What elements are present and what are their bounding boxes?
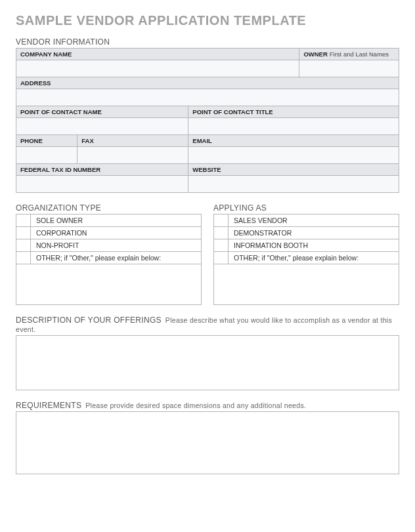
fax-field[interactable] [77,147,188,164]
org-type-check-2[interactable] [16,239,31,252]
email-header: EMAIL [188,135,399,147]
phone-header: PHONE [16,135,77,147]
org-type-label: ORGANIZATION TYPE [16,203,202,213]
org-type-option-3: OTHER; if "Other," please explain below: [31,252,202,264]
org-type-explain-field[interactable] [16,264,202,305]
vendor-info-table: COMPANY NAME OWNERFirst and Last Names A… [16,48,399,193]
applying-as-check-3[interactable] [214,252,229,264]
tax-field[interactable] [16,176,188,193]
tax-header: FEDERAL TAX ID NUMBER [16,164,188,176]
owner-field[interactable] [299,60,399,77]
org-type-table: SOLE OWNER CORPORATION NON-PROFIT OTHER;… [16,214,202,305]
org-type-option-0: SOLE OWNER [31,215,202,227]
vendor-info-label: VENDOR INFORMATION [16,37,399,47]
org-type-check-0[interactable] [16,215,31,227]
applying-as-option-2: INFORMATION BOOTH [229,239,399,252]
applying-as-check-0[interactable] [214,215,229,227]
description-field[interactable] [16,335,399,390]
org-type-check-1[interactable] [16,227,31,239]
applying-as-check-1[interactable] [214,227,229,239]
poc-name-field[interactable] [16,118,188,135]
owner-header: OWNERFirst and Last Names [299,49,399,60]
address-header: ADDRESS [16,77,399,89]
requirements-field[interactable] [16,411,399,474]
poc-title-header: POINT OF CONTACT TITLE [188,106,399,118]
org-type-option-2: NON-PROFIT [31,239,202,252]
requirements-label: REQUIREMENTSPlease provide desired space… [16,401,399,410]
applying-as-table: SALES VENDOR DEMONSTRATOR INFORMATION BO… [213,214,399,305]
email-field[interactable] [188,147,399,164]
address-field[interactable] [16,89,399,106]
applying-as-option-0: SALES VENDOR [229,215,399,227]
website-header: WEBSITE [188,164,399,176]
applying-as-explain-field[interactable] [214,264,399,305]
applying-as-label: APPLYING AS [213,203,399,213]
org-type-check-3[interactable] [16,252,31,264]
company-name-header: COMPANY NAME [16,49,299,60]
page-title: SAMPLE VENDOR APPLICATION TEMPLATE [16,13,399,28]
applying-as-check-2[interactable] [214,239,229,252]
website-field[interactable] [188,176,399,193]
org-type-option-1: CORPORATION [31,227,202,239]
phone-field[interactable] [16,147,77,164]
company-name-field[interactable] [16,60,299,77]
applying-as-option-1: DEMONSTRATOR [229,227,399,239]
description-label: DESCRIPTION OF YOUR OFFERINGSPlease desc… [16,316,399,334]
fax-header: FAX [77,135,188,147]
applying-as-option-3: OTHER; if "Other," please explain below: [229,252,399,264]
poc-name-header: POINT OF CONTACT NAME [16,106,188,118]
poc-title-field[interactable] [188,118,399,135]
